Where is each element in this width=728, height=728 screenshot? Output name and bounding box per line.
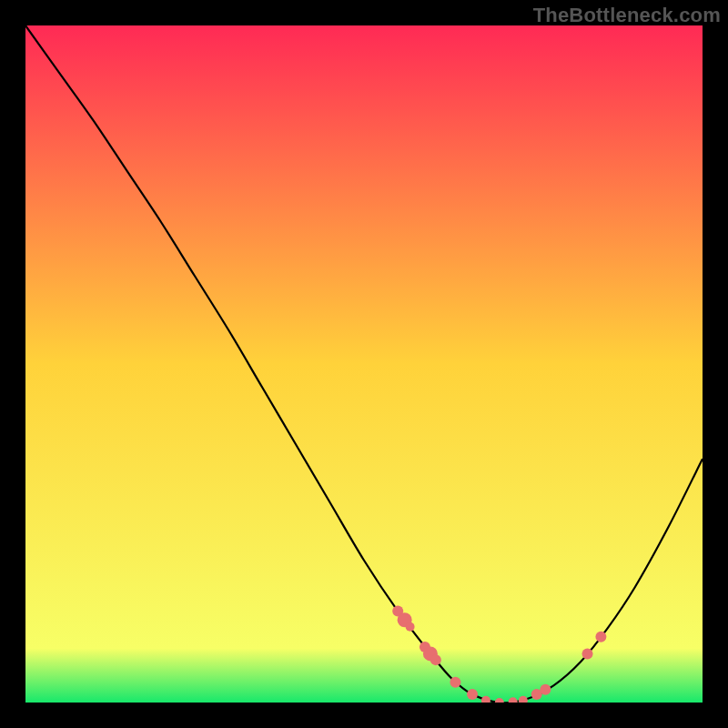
data-marker bbox=[582, 648, 593, 659]
data-marker bbox=[519, 696, 528, 705]
plot-area bbox=[25, 25, 703, 703]
data-marker bbox=[481, 696, 490, 705]
chart-container: TheBottleneck.com bbox=[0, 0, 728, 728]
data-marker bbox=[509, 697, 518, 706]
data-marker bbox=[495, 698, 504, 707]
data-marker bbox=[430, 654, 441, 665]
watermark-text: TheBottleneck.com bbox=[533, 4, 721, 27]
data-marker bbox=[406, 622, 415, 632]
data-marker bbox=[467, 689, 478, 700]
chart-svg bbox=[0, 0, 728, 728]
data-marker bbox=[595, 632, 606, 642]
data-marker bbox=[450, 677, 460, 688]
data-marker bbox=[540, 684, 551, 695]
